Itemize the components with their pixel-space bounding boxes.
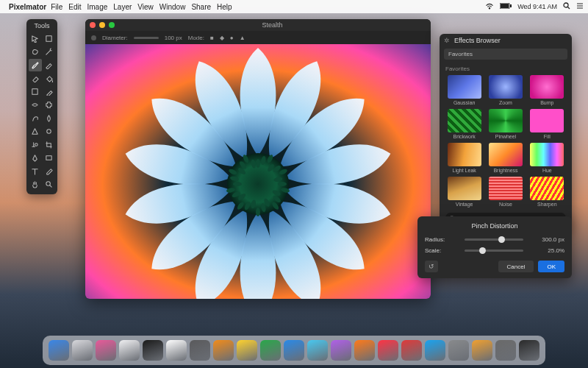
scale-value[interactable]: 25.0% (529, 247, 564, 254)
brush-preview-icon[interactable] (91, 35, 96, 40)
menu-layer[interactable]: Layer (113, 3, 132, 11)
tool-sharpen[interactable] (29, 125, 42, 138)
dock-app-18[interactable] (472, 340, 492, 361)
diameter-slider[interactable] (134, 37, 159, 39)
effect-hue[interactable]: Hue (528, 143, 566, 173)
dock-app-15[interactable] (401, 340, 422, 361)
effect-brightness[interactable]: Brightness (487, 143, 524, 173)
dock-app-17[interactable] (448, 340, 469, 361)
menu-edit[interactable]: Edit (68, 3, 81, 11)
wifi-icon[interactable] (485, 3, 494, 11)
effect-noise[interactable]: Noise (487, 177, 524, 207)
dock-app-16[interactable] (425, 340, 445, 361)
dock-app-10[interactable] (284, 340, 304, 361)
ok-button[interactable]: OK (538, 261, 564, 272)
tool-healing[interactable] (43, 99, 56, 111)
tool-blur[interactable] (43, 112, 56, 124)
battery-icon[interactable] (500, 3, 512, 10)
tool-lasso[interactable] (29, 46, 42, 58)
effect-thumb (448, 177, 481, 200)
close-button[interactable] (90, 22, 96, 28)
dock-app-7[interactable] (213, 340, 234, 361)
tool-red-eye[interactable] (29, 99, 42, 111)
tool-pencil[interactable] (43, 59, 56, 71)
dock-app-8[interactable] (237, 340, 257, 361)
mode-option-3-icon[interactable]: ● (230, 35, 234, 41)
tool-hand[interactable] (29, 178, 42, 191)
dock-app-9[interactable] (260, 340, 281, 361)
effect-gaussian[interactable]: Gaussian (445, 75, 483, 105)
tool-pen[interactable] (29, 152, 42, 164)
app-name[interactable]: Pixelmator (9, 3, 46, 11)
effect-bump[interactable]: Bump (528, 75, 566, 105)
minimize-button[interactable] (99, 22, 105, 28)
svg-rect-2 (501, 4, 509, 8)
dock (43, 336, 545, 365)
mode-option-1-icon[interactable]: ■ (210, 35, 214, 41)
menu-view[interactable]: View (137, 3, 154, 11)
dock-app-4[interactable] (143, 340, 163, 361)
menu-help[interactable]: Help (217, 3, 232, 11)
dock-app-3[interactable] (119, 340, 140, 361)
menubar-clock[interactable]: Wed 9:41 AM (517, 3, 557, 10)
tool-rect-select[interactable] (43, 32, 56, 45)
menu-extras-icon[interactable] (576, 2, 584, 11)
cancel-button[interactable]: Cancel (498, 261, 534, 272)
effect-pinwheel[interactable]: Pinwheel (487, 109, 524, 139)
tool-crop[interactable] (43, 138, 56, 151)
tool-gradient[interactable] (29, 85, 42, 98)
dock-app-5[interactable] (166, 340, 187, 361)
tool-paint-bucket[interactable] (43, 72, 56, 85)
tool-dodge[interactable] (43, 125, 56, 138)
document-titlebar[interactable]: Stealth (85, 19, 431, 31)
radius-slider[interactable] (465, 238, 523, 241)
effect-thumb (530, 75, 564, 99)
reset-button[interactable]: ↺ (425, 261, 438, 272)
tool-brush[interactable] (29, 59, 42, 71)
effect-fill[interactable]: Fill (528, 109, 566, 139)
effect-light-leak[interactable]: Light Leak (445, 143, 483, 173)
tool-shape[interactable] (43, 152, 56, 164)
dock-app-12[interactable] (331, 340, 351, 361)
dock-app-13[interactable] (354, 340, 375, 361)
mode-option-2-icon[interactable]: ◆ (220, 35, 224, 41)
svg-point-18 (278, 182, 287, 186)
radius-label: Radius: (425, 236, 459, 243)
tools-palette: Tools (26, 19, 57, 194)
menu-share[interactable]: Share (191, 3, 211, 11)
spotlight-icon[interactable] (563, 2, 570, 11)
dock-app-2[interactable] (96, 340, 116, 361)
canvas[interactable] (85, 44, 431, 299)
menu-window[interactable]: Window (159, 3, 186, 11)
tool-clone[interactable] (29, 138, 42, 151)
dock-app-6[interactable] (190, 340, 210, 361)
tool-move[interactable] (29, 32, 42, 45)
dock-app-20[interactable] (519, 340, 539, 361)
tool-smudge[interactable] (29, 112, 42, 124)
dock-app-1[interactable] (72, 340, 93, 361)
effect-sharpen[interactable]: Sharpen (528, 177, 566, 207)
effect-thumb (448, 75, 481, 99)
dock-app-14[interactable] (378, 340, 398, 361)
scale-slider[interactable] (465, 250, 523, 252)
gear-icon[interactable]: ✲ (444, 37, 450, 44)
menu-image[interactable]: Image (87, 3, 108, 11)
dock-app-19[interactable] (495, 340, 516, 361)
zoom-button[interactable] (109, 22, 115, 28)
menu-file[interactable]: File (51, 3, 62, 11)
effect-brickwork[interactable]: Brickwork (445, 109, 483, 139)
dock-app-11[interactable] (307, 340, 328, 361)
effect-vintage[interactable]: Vintage (445, 177, 483, 207)
tool-zoom[interactable] (43, 178, 56, 191)
effect-zoom[interactable]: Zoom (487, 75, 524, 105)
tool-magic-wand[interactable] (43, 46, 56, 58)
radius-value[interactable]: 300.0 px (529, 236, 564, 243)
size-value[interactable]: 100 px (165, 35, 182, 41)
tool-eraser[interactable] (29, 72, 42, 85)
tool-color-picker[interactable] (43, 85, 56, 98)
tool-text[interactable] (29, 165, 42, 177)
tool-eyedropper[interactable] (43, 165, 56, 177)
dock-app-0[interactable] (49, 340, 69, 361)
effects-group-selector[interactable]: Favorites (444, 49, 567, 60)
mode-option-4-icon[interactable]: ▲ (240, 35, 245, 41)
